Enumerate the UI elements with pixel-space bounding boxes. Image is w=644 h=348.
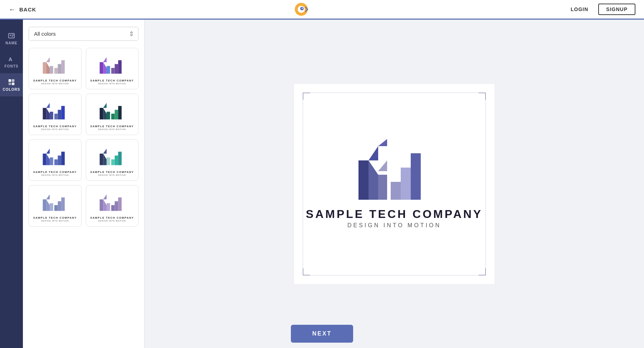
mini-logo-3-svg bbox=[35, 98, 75, 123]
svg-marker-57 bbox=[46, 199, 50, 211]
logo-card-7[interactable]: SAMPLE TECH COMPANY DESIGN INTO MOTION bbox=[29, 185, 82, 227]
svg-marker-20 bbox=[61, 60, 65, 74]
logo-card-2-tagline: DESIGN INTO MOTION bbox=[98, 83, 126, 85]
svg-marker-14 bbox=[43, 62, 46, 74]
svg-marker-61 bbox=[58, 201, 61, 211]
mini-logo-5-svg bbox=[35, 144, 75, 169]
logo-card-3-image bbox=[35, 98, 75, 123]
svg-marker-72 bbox=[369, 146, 378, 160]
svg-marker-47 bbox=[58, 155, 61, 165]
svg-marker-25 bbox=[111, 68, 115, 74]
sidebar-name-label: NAME bbox=[5, 41, 17, 45]
svg-marker-39 bbox=[111, 114, 115, 119]
logo-card-8-image bbox=[92, 190, 132, 215]
logo-card-6-name: SAMPLE TECH COMPANY bbox=[90, 170, 134, 174]
logo-card-1[interactable]: SAMPLE TECH COMPANY DESIGN INTO MOTION bbox=[29, 48, 82, 89]
logo-card-5-image bbox=[35, 144, 75, 169]
svg-rect-10 bbox=[9, 79, 11, 82]
logo-card-8[interactable]: SAMPLE TECH COMPANY DESIGN INTO MOTION bbox=[86, 185, 139, 227]
logo-card-1-name: SAMPLE TECH COMPANY bbox=[33, 79, 77, 82]
progress-bar bbox=[0, 19, 464, 20]
svg-marker-74 bbox=[378, 175, 387, 200]
svg-marker-54 bbox=[115, 155, 118, 165]
mini-logo-6-svg bbox=[92, 144, 132, 169]
svg-marker-21 bbox=[100, 62, 103, 74]
svg-marker-78 bbox=[378, 139, 387, 146]
color-panel: All colors Blues Purples Greens Reds Neu… bbox=[23, 20, 145, 348]
id-card-icon bbox=[8, 32, 15, 40]
logo-card-1-image bbox=[35, 53, 75, 78]
svg-marker-50 bbox=[103, 154, 107, 165]
svg-marker-19 bbox=[58, 64, 61, 74]
mini-logo-2-svg bbox=[92, 53, 132, 78]
logo-grid: SAMPLE TECH COMPANY DESIGN INTO MOTION bbox=[29, 48, 138, 227]
sidebar-item-colors[interactable]: COLORS bbox=[0, 73, 23, 96]
svg-text:A: A bbox=[9, 56, 13, 62]
preview-area: SAMPLE TECH COMPANY DESIGN INTO MOTION bbox=[145, 20, 644, 348]
back-arrow-icon[interactable]: ← bbox=[9, 5, 16, 14]
logo-card-5-tagline: DESIGN INTO MOTION bbox=[41, 174, 69, 176]
svg-marker-24 bbox=[103, 57, 107, 62]
svg-marker-37 bbox=[107, 112, 110, 120]
nav-left: ← BACK bbox=[9, 5, 36, 14]
next-button[interactable]: NEXT bbox=[291, 325, 353, 343]
svg-marker-45 bbox=[46, 149, 50, 154]
svg-marker-33 bbox=[58, 110, 61, 119]
font-icon: A bbox=[8, 55, 15, 63]
svg-rect-13 bbox=[12, 83, 14, 85]
color-filter-select[interactable]: All colors Blues Purples Greens Reds Neu… bbox=[29, 27, 138, 41]
sidebar: NAME A FONTS COLORS bbox=[0, 20, 23, 348]
svg-marker-75 bbox=[391, 182, 401, 200]
svg-marker-48 bbox=[61, 152, 65, 165]
corner-tr bbox=[479, 93, 486, 100]
logo-card-4[interactable]: SAMPLE TECH COMPANY DESIGN INTO MOTION bbox=[86, 94, 139, 135]
logo-card-6[interactable]: SAMPLE TECH COMPANY DESIGN INTO MOTION bbox=[86, 139, 139, 181]
logo-card-3-tagline: DESIGN INTO MOTION bbox=[41, 128, 69, 130]
logo-card-8-tagline: DESIGN INTO MOTION bbox=[98, 220, 126, 222]
mini-logo-1-svg bbox=[35, 53, 75, 78]
sidebar-fonts-label: FONTS bbox=[5, 64, 19, 68]
svg-marker-42 bbox=[43, 154, 46, 165]
svg-marker-59 bbox=[46, 194, 50, 199]
svg-marker-27 bbox=[118, 60, 122, 74]
preview-tagline: DESIGN INTO MOTION bbox=[347, 222, 441, 229]
back-label[interactable]: BACK bbox=[19, 6, 36, 13]
logo-card-5[interactable]: SAMPLE TECH COMPANY DESIGN INTO MOTION bbox=[29, 139, 82, 181]
filter-wrapper: All colors Blues Purples Greens Reds Neu… bbox=[29, 27, 138, 41]
svg-marker-46 bbox=[54, 159, 58, 165]
svg-marker-30 bbox=[50, 112, 53, 120]
svg-marker-28 bbox=[43, 108, 46, 119]
main-layout: NAME A FONTS COLORS All colors Blues Pur… bbox=[0, 20, 644, 348]
svg-marker-77 bbox=[411, 153, 421, 200]
svg-marker-49 bbox=[100, 154, 103, 165]
svg-marker-36 bbox=[103, 108, 107, 119]
palette-icon bbox=[8, 78, 15, 86]
nav-right: LOGIN SIGNUP bbox=[566, 4, 635, 15]
sidebar-colors-label: COLORS bbox=[3, 88, 20, 91]
logo-card-3[interactable]: SAMPLE TECH COMPANY DESIGN INTO MOTION bbox=[29, 94, 82, 135]
logo-card-5-name: SAMPLE TECH COMPANY bbox=[33, 170, 77, 174]
sidebar-item-name[interactable]: NAME bbox=[0, 27, 23, 50]
svg-marker-41 bbox=[118, 106, 122, 120]
svg-marker-69 bbox=[118, 198, 122, 211]
logo-card-2[interactable]: SAMPLE TECH COMPANY DESIGN INTO MOTION bbox=[86, 48, 139, 89]
svg-marker-52 bbox=[103, 149, 107, 154]
logo-card-7-name: SAMPLE TECH COMPANY bbox=[33, 216, 77, 219]
login-button[interactable]: LOGIN bbox=[566, 4, 592, 14]
sidebar-item-fonts[interactable]: A FONTS bbox=[0, 50, 23, 73]
logo-card-4-image bbox=[92, 98, 132, 123]
svg-marker-38 bbox=[103, 103, 107, 108]
svg-marker-64 bbox=[103, 199, 107, 211]
svg-marker-17 bbox=[46, 57, 50, 62]
svg-marker-68 bbox=[115, 201, 118, 211]
corner-tl bbox=[303, 93, 310, 100]
svg-marker-71 bbox=[369, 160, 378, 200]
top-nav: ← BACK LOGIN SIGNUP bbox=[0, 0, 644, 20]
logo-card-6-image bbox=[92, 144, 132, 169]
corner-br bbox=[479, 268, 486, 275]
signup-button[interactable]: SIGNUP bbox=[598, 4, 635, 15]
mini-logo-8-svg bbox=[92, 190, 132, 215]
svg-marker-51 bbox=[107, 158, 110, 165]
svg-rect-12 bbox=[9, 83, 11, 85]
app-logo-icon bbox=[293, 1, 309, 17]
